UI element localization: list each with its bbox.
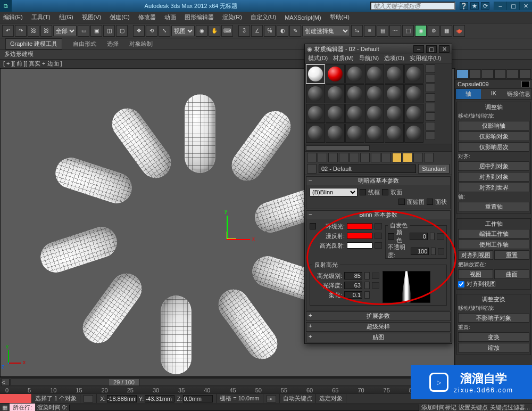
align-to-object-button[interactable]: 对齐到对象 bbox=[458, 172, 529, 182]
backlight-icon[interactable] bbox=[426, 74, 435, 83]
selfillum-color-checkbox[interactable] bbox=[388, 233, 394, 240]
putmat-icon[interactable] bbox=[318, 153, 327, 162]
resetmap-icon[interactable] bbox=[339, 153, 348, 162]
showendresult-icon[interactable] bbox=[403, 153, 412, 162]
y-input[interactable] bbox=[145, 395, 174, 402]
selfillum-map-button[interactable] bbox=[437, 233, 444, 240]
animate-button[interactable] bbox=[0, 394, 32, 403]
place-surface-button[interactable]: 曲面 bbox=[494, 269, 529, 279]
material-editor-button[interactable]: ◉ bbox=[415, 25, 427, 37]
sync-icon[interactable]: ⟳ bbox=[481, 2, 489, 10]
options-icon[interactable] bbox=[426, 122, 435, 130]
refcoord-dropdown[interactable]: 视图 bbox=[171, 26, 195, 36]
reset-wp-button[interactable]: 重置 bbox=[494, 250, 529, 260]
unlink-button[interactable]: ⛓̸ bbox=[40, 25, 52, 37]
menu-maxscript[interactable]: MAXScript(M) bbox=[285, 14, 321, 21]
material-slot[interactable] bbox=[404, 104, 423, 123]
material-slot[interactable] bbox=[385, 84, 404, 103]
puttolib-icon[interactable] bbox=[371, 153, 380, 162]
rollout-supersample-header[interactable]: +超级采样 bbox=[306, 323, 450, 331]
material-slot[interactable] bbox=[365, 64, 384, 84]
material-slot[interactable] bbox=[306, 84, 325, 103]
tab-modify-icon[interactable] bbox=[469, 69, 481, 79]
rotate-button[interactable]: ⟲ bbox=[146, 25, 157, 37]
facemap-checkbox[interactable] bbox=[398, 199, 405, 205]
reset-scale-button[interactable]: 缩放 bbox=[458, 343, 529, 352]
rollout-maps-header[interactable]: +贴图 bbox=[306, 333, 450, 342]
graphite-freeform[interactable]: 自由形式 bbox=[73, 40, 96, 48]
matedit-menu-options[interactable]: 选项(O) bbox=[384, 54, 404, 62]
material-slot[interactable] bbox=[365, 84, 384, 103]
render-setup-button[interactable]: ⚙ bbox=[428, 25, 439, 37]
reset-transform-button[interactable]: 变换 bbox=[458, 332, 529, 342]
affect-hierarchy-only-button[interactable]: 仅影响层次 bbox=[458, 142, 529, 152]
gloss-map-button[interactable] bbox=[372, 282, 379, 289]
gotosibling-icon[interactable] bbox=[424, 153, 434, 162]
videocheck-icon[interactable] bbox=[426, 103, 435, 111]
material-slot[interactable] bbox=[385, 104, 404, 123]
tab-motion-icon[interactable] bbox=[494, 69, 506, 79]
matedit-menu-nav[interactable]: 导航(N) bbox=[359, 54, 379, 62]
align-button[interactable]: ≡ bbox=[364, 25, 376, 37]
schematic-button[interactable]: ⬚ bbox=[402, 25, 414, 37]
help-icon[interactable]: ❔ bbox=[460, 2, 468, 10]
z-input[interactable] bbox=[183, 395, 213, 402]
subtab-pivot[interactable]: 轴 bbox=[456, 89, 481, 99]
diffuse-swatch[interactable] bbox=[347, 233, 372, 239]
selfilter-dropdown[interactable]: 选定对象 bbox=[316, 394, 346, 403]
graphite-selection[interactable]: 选择 bbox=[107, 40, 119, 48]
material-slot[interactable] bbox=[404, 64, 423, 84]
snap-button[interactable]: 3 bbox=[238, 25, 250, 37]
timeslider-thumb[interactable]: 29 / 100 bbox=[108, 379, 140, 386]
getmat-icon[interactable] bbox=[307, 153, 317, 162]
material-slot[interactable] bbox=[385, 124, 404, 143]
sampletype-icon[interactable] bbox=[426, 64, 435, 73]
x-input[interactable] bbox=[107, 395, 137, 402]
material-slot[interactable] bbox=[385, 64, 404, 84]
material-slot[interactable] bbox=[326, 104, 345, 123]
star-icon[interactable]: ★ bbox=[470, 2, 479, 10]
spinnersnap-button[interactable]: ◐ bbox=[277, 25, 288, 37]
help-search-input[interactable] bbox=[370, 2, 455, 10]
viewport-label[interactable]: [ + ][ 前 ][ 真实 + 边面 ] bbox=[0, 60, 532, 68]
diffuse-map-button[interactable] bbox=[375, 233, 382, 239]
material-slot[interactable] bbox=[306, 104, 325, 123]
key-icon[interactable]: ⊸ bbox=[267, 395, 276, 402]
material-slot[interactable] bbox=[306, 64, 325, 84]
menu-edit[interactable]: 编辑(E) bbox=[3, 13, 23, 21]
menu-customize[interactable]: 自定义(U) bbox=[251, 13, 276, 21]
object-color-swatch[interactable] bbox=[521, 81, 530, 87]
opacity-input[interactable] bbox=[411, 248, 429, 255]
matedit-menu-utilities[interactable]: 实用程序(U) bbox=[410, 54, 441, 62]
tab-utilities-icon[interactable] bbox=[519, 69, 531, 79]
menu-tools[interactable]: 工具(T) bbox=[31, 13, 51, 21]
faceted-checkbox[interactable] bbox=[427, 199, 433, 205]
gloss-spinner[interactable] bbox=[364, 282, 370, 289]
menu-create[interactable]: 创建(C) bbox=[110, 13, 129, 21]
layers-button[interactable]: ▤ bbox=[377, 25, 388, 37]
rollout-shader-header[interactable]: −明暗器基本参数 bbox=[306, 177, 450, 185]
affect-object-only-button[interactable]: 仅影响对象 bbox=[458, 131, 529, 141]
matid-icon[interactable] bbox=[381, 153, 391, 162]
selectbymat-icon[interactable] bbox=[426, 131, 435, 140]
spec-level-map-button[interactable] bbox=[372, 273, 379, 279]
manip-button[interactable]: ✋ bbox=[209, 25, 220, 37]
specular-map-button[interactable] bbox=[375, 242, 382, 249]
material-slot[interactable] bbox=[345, 64, 364, 84]
undo-button[interactable]: ↶ bbox=[2, 25, 14, 37]
graphite-objectpaint[interactable]: 对象绘制 bbox=[129, 40, 153, 48]
align-to-view-button[interactable]: 对齐到视图 bbox=[458, 250, 493, 260]
material-slot[interactable] bbox=[326, 124, 345, 143]
soften-input[interactable] bbox=[344, 291, 362, 299]
matedit-min-button[interactable]: – bbox=[413, 45, 424, 53]
material-slot[interactable] bbox=[326, 84, 345, 103]
anglesnap-button[interactable]: ∠ bbox=[251, 25, 263, 37]
close-button[interactable]: ✕ bbox=[519, 2, 532, 10]
spec-level-input[interactable] bbox=[344, 272, 362, 280]
percentsnap-button[interactable]: % bbox=[264, 25, 276, 37]
rframe-button[interactable]: ▦ bbox=[440, 25, 452, 37]
ambient-lock-icon[interactable] bbox=[375, 223, 382, 229]
mirror-button[interactable]: ⇋ bbox=[351, 25, 363, 37]
ambdiff-lock[interactable] bbox=[310, 223, 316, 229]
align-to-view-checkbox[interactable]: 对齐到视图 bbox=[458, 280, 529, 288]
